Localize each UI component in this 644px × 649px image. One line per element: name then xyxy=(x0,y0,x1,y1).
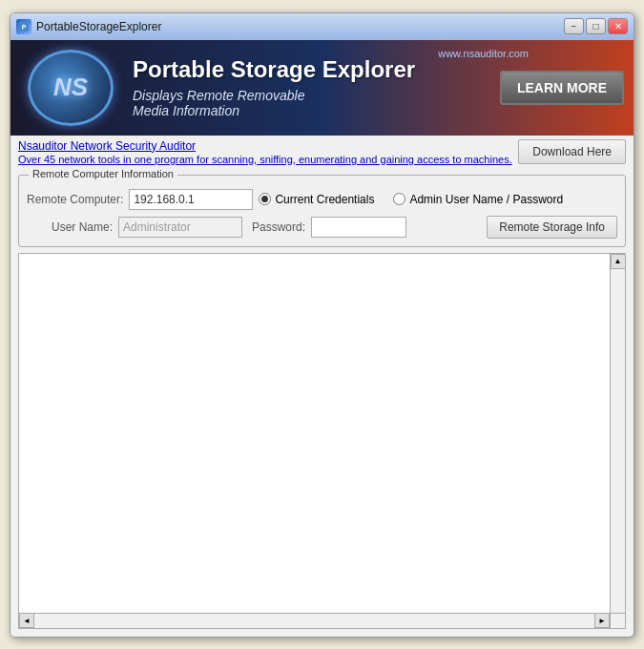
password-label: Password: xyxy=(248,220,305,234)
scroll-corner xyxy=(610,613,625,628)
scroll-up-arrow[interactable]: ▲ xyxy=(611,254,626,269)
app-icon: P xyxy=(16,19,31,34)
banner-logo: NS xyxy=(18,45,123,131)
banner: NS Portable Storage Explorer Displays Re… xyxy=(10,40,634,136)
radio-current-text: Current Credentials xyxy=(275,193,374,206)
close-button[interactable]: ✕ xyxy=(608,18,628,34)
row-remote-computer: Remote Computer: Current Credentials Adm… xyxy=(27,189,617,210)
remote-storage-info-button[interactable]: Remote Storage Info xyxy=(487,216,617,239)
window-title: PortableStorageExplorer xyxy=(36,20,161,33)
radio-current-btn[interactable] xyxy=(259,193,271,205)
ns-logo-text: NS xyxy=(53,73,88,102)
row-user-info: User Name: Password: Remote Storage Info xyxy=(27,216,617,239)
title-bar: P PortableStorageExplorer − □ ✕ xyxy=(10,13,634,40)
banner-text-area: Portable Storage Explorer Displays Remot… xyxy=(123,56,500,118)
maximize-button[interactable]: □ xyxy=(586,18,606,34)
credentials-radio-group: Current Credentials Admin User Name / Pa… xyxy=(259,193,617,206)
user-name-label: User Name: xyxy=(27,220,113,234)
radio-admin-label[interactable]: Admin User Name / Password xyxy=(393,193,563,206)
svg-text:P: P xyxy=(22,24,27,31)
results-container: ▲ ▼ ◄ ► xyxy=(18,253,626,629)
user-name-input[interactable] xyxy=(118,217,242,238)
remote-computer-group: Remote Computer Information Remote Compu… xyxy=(18,175,626,247)
title-bar-left: P PortableStorageExplorer xyxy=(16,19,161,34)
app-window: P PortableStorageExplorer − □ ✕ NS Porta… xyxy=(10,12,634,638)
horizontal-scrollbar[interactable]: ◄ ► xyxy=(19,613,610,628)
banner-title: Portable Storage Explorer xyxy=(133,56,490,84)
learn-more-button[interactable]: LEARN MORE xyxy=(500,71,624,105)
radio-admin-text: Admin User Name / Password xyxy=(409,193,563,206)
secondary-link[interactable]: Over 45 network tools in one program for… xyxy=(18,154,512,165)
download-here-button[interactable]: Download Here xyxy=(518,139,626,164)
password-input[interactable] xyxy=(311,217,406,238)
banner-subtitle: Displays Remote RemovableMedia Informati… xyxy=(133,88,490,118)
group-box-label: Remote Computer Information xyxy=(29,168,177,179)
vertical-scrollbar[interactable]: ▲ ▼ xyxy=(610,254,625,628)
content-area: NS Portable Storage Explorer Displays Re… xyxy=(10,40,634,637)
results-inner[interactable] xyxy=(19,254,610,628)
remote-computer-input[interactable] xyxy=(129,189,253,210)
radio-current-label[interactable]: Current Credentials xyxy=(259,193,374,206)
link-row: Nsauditor Network Security Auditor Over … xyxy=(10,136,634,169)
scroll-left-arrow[interactable]: ◄ xyxy=(19,613,34,628)
primary-link[interactable]: Nsauditor Network Security Auditor xyxy=(18,139,512,153)
link-left: Nsauditor Network Security Auditor Over … xyxy=(18,139,512,165)
radio-admin-btn[interactable] xyxy=(393,193,405,205)
minimize-button[interactable]: − xyxy=(564,18,584,34)
banner-url: www.nsauditor.com xyxy=(438,48,529,59)
scroll-right-arrow[interactable]: ► xyxy=(594,613,610,628)
title-bar-controls: − □ ✕ xyxy=(564,18,628,34)
ns-logo: NS xyxy=(28,50,114,126)
remote-computer-label: Remote Computer: xyxy=(27,193,123,206)
